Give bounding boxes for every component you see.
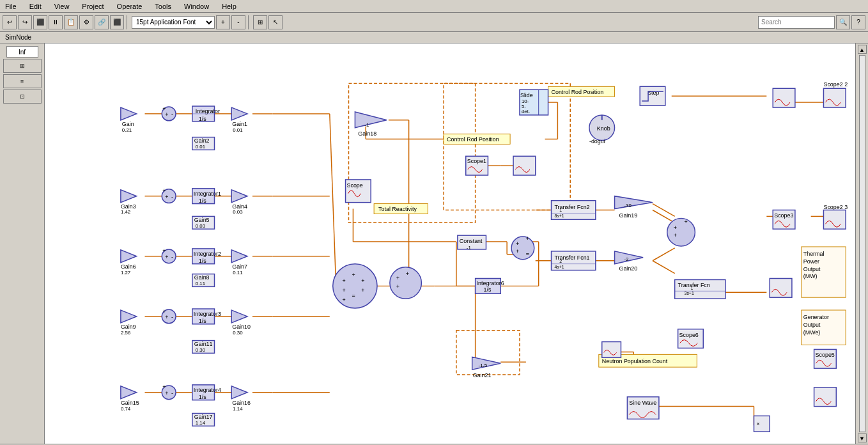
menu-help[interactable]: Help: [219, 1, 239, 12]
svg-text:0.74: 0.74: [121, 406, 131, 412]
svg-text:+: +: [165, 314, 168, 320]
tb-btn-fit[interactable]: ⊞: [253, 15, 267, 29]
svg-text:0.01: 0.01: [196, 144, 206, 150]
panel-btn-2[interactable]: ≡: [3, 74, 42, 88]
svg-text:Integrator4: Integrator4: [194, 387, 221, 393]
svg-text:0.01: 0.01: [233, 127, 243, 133]
tb-btn-2[interactable]: ↪: [18, 15, 32, 29]
svg-point-220: [511, 237, 534, 260]
svg-text:Gain21: Gain21: [473, 372, 492, 379]
svg-text:Gain5: Gain5: [194, 217, 210, 223]
svg-text:-: -: [171, 254, 173, 260]
tb-btn-pause[interactable]: ⏸: [49, 15, 63, 29]
menu-window[interactable]: Window: [182, 1, 212, 12]
tb-btn-stop[interactable]: ⬛: [33, 15, 47, 29]
svg-text:Integrator3: Integrator3: [194, 311, 221, 317]
tb-sep-2: [248, 15, 251, 29]
svg-text:+: +: [162, 308, 166, 315]
svg-text:Gain2: Gain2: [194, 137, 210, 144]
svg-text:-1: -1: [467, 245, 472, 251]
svg-text:0.30: 0.30: [233, 330, 243, 336]
font-select[interactable]: 15pt Application Font: [132, 16, 215, 29]
svg-text:Gain9: Gain9: [121, 324, 136, 330]
svg-text:+: +: [396, 283, 399, 290]
svg-text:-2: -2: [624, 256, 628, 262]
svg-text:+: +: [343, 287, 346, 293]
svg-text:+: +: [516, 240, 519, 247]
svg-text:+: +: [352, 272, 355, 278]
search-input[interactable]: [758, 16, 835, 29]
svg-text:1/s: 1/s: [199, 258, 206, 264]
tb-btn-5[interactable]: 📋: [64, 15, 78, 29]
menu-view[interactable]: View: [52, 1, 72, 12]
svg-text:+: +: [343, 277, 346, 284]
svg-text:Gain20: Gain20: [619, 265, 637, 272]
tb-btn-7[interactable]: 🔗: [95, 15, 109, 29]
svg-text:1: 1: [559, 208, 562, 212]
scroll-down[interactable]: ▼: [858, 433, 867, 442]
svg-text:Gain7: Gain7: [232, 263, 247, 270]
svg-text:+: +: [516, 248, 519, 254]
tb-btn-6[interactable]: ⚙: [79, 15, 93, 29]
svg-text:Sine Wave: Sine Wave: [629, 400, 656, 406]
svg-text:0.11: 0.11: [233, 270, 243, 276]
svg-text:-: -: [171, 314, 173, 320]
svg-text:(MW): (MW): [803, 273, 818, 279]
svg-text:0.11: 0.11: [196, 281, 206, 286]
svg-rect-0: [45, 45, 855, 442]
svg-text:Gain3: Gain3: [121, 203, 136, 210]
svg-point-244: [667, 218, 695, 246]
svg-text:+: +: [674, 232, 677, 238]
svg-text:Scope2 3: Scope2 3: [823, 204, 848, 210]
svg-text:Gain8: Gain8: [194, 274, 210, 281]
svg-text:-1: -1: [364, 122, 369, 128]
tb-btn-zoom-in[interactable]: +: [216, 15, 230, 29]
svg-point-176: [333, 264, 377, 308]
panel-btn-1[interactable]: ⊞: [3, 59, 42, 73]
help-button[interactable]: ?: [851, 15, 865, 29]
scroll-up[interactable]: ▲: [858, 45, 867, 54]
svg-text:Integrator1: Integrator1: [194, 191, 221, 197]
tb-btn-zoom-out[interactable]: -: [231, 15, 245, 29]
svg-text:Gain19: Gain19: [619, 212, 637, 219]
search-button[interactable]: 🔍: [836, 15, 850, 29]
svg-text:+: +: [526, 235, 529, 242]
svg-text:-1.5: -1.5: [479, 363, 488, 368]
panel-btn-3[interactable]: ⊡: [3, 90, 42, 104]
svg-text:+: +: [674, 224, 677, 231]
svg-text:1/s: 1/s: [484, 286, 492, 293]
svg-text:Scope: Scope: [347, 182, 363, 189]
svg-text:Knob: Knob: [597, 125, 610, 132]
scrollbar-track[interactable]: [859, 55, 865, 432]
menu-file[interactable]: File: [3, 1, 19, 12]
svg-text:Constant: Constant: [460, 238, 483, 244]
diagram-canvas[interactable]: Gain 0.21 + + - Integrator 1/s Gain2 0.0…: [45, 43, 855, 444]
svg-text:+: +: [162, 247, 166, 254]
svg-rect-281: [602, 342, 621, 358]
svg-text:2.56: 2.56: [121, 330, 131, 336]
svg-text:Integrator2: Integrator2: [194, 251, 221, 257]
left-panel: Inf ⊞ ≡ ⊡: [0, 43, 45, 444]
menu-tools[interactable]: Tools: [152, 1, 174, 12]
svg-text:2: 2: [559, 259, 562, 263]
tb-btn-8[interactable]: ⬛: [110, 15, 124, 29]
breadcrumb: SimNode: [0, 32, 868, 43]
svg-text:Scope6: Scope6: [679, 332, 699, 338]
svg-text:Gain16: Gain16: [232, 400, 251, 406]
diagram-svg: Gain 0.21 + + - Integrator 1/s Gain2 0.0…: [45, 43, 855, 444]
svg-text:Gain10: Gain10: [232, 324, 251, 330]
tb-btn-cursor[interactable]: ↖: [268, 15, 283, 29]
svg-text:+: +: [361, 287, 364, 293]
svg-text:Gain6: Gain6: [121, 263, 136, 270]
svg-text:1.27: 1.27: [121, 270, 130, 276]
tb-btn-1[interactable]: ↩: [3, 15, 17, 29]
svg-rect-207: [513, 156, 536, 175]
svg-text:Gain1: Gain1: [232, 121, 247, 127]
menu-operate[interactable]: Operate: [114, 1, 145, 12]
svg-text:+: +: [165, 254, 168, 260]
svg-text:0.21: 0.21: [122, 127, 132, 133]
svg-text:4s+1: 4s+1: [554, 265, 564, 269]
svg-text:Scope1: Scope1: [467, 158, 486, 164]
menu-edit[interactable]: Edit: [27, 1, 44, 12]
menu-project[interactable]: Project: [79, 1, 106, 12]
